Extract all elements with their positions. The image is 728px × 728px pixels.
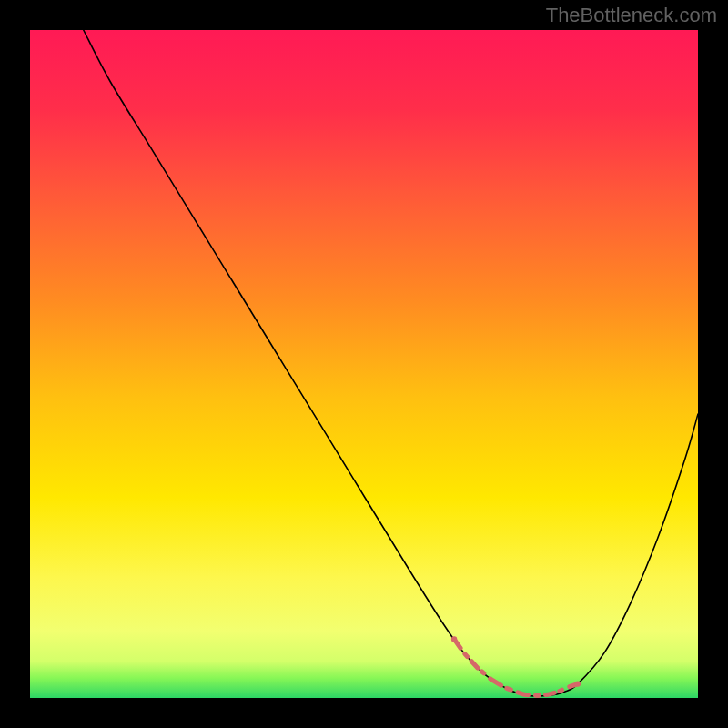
optimal-zone-curve [454,639,578,695]
optimal-zone-endpoint [575,681,581,686]
watermark-text: TheBottleneck.com [546,4,717,27]
curve-layer [30,30,698,698]
bottleneck-curve [84,30,698,696]
plot-area [30,30,698,698]
optimal-zone-endpoint [451,636,457,642]
